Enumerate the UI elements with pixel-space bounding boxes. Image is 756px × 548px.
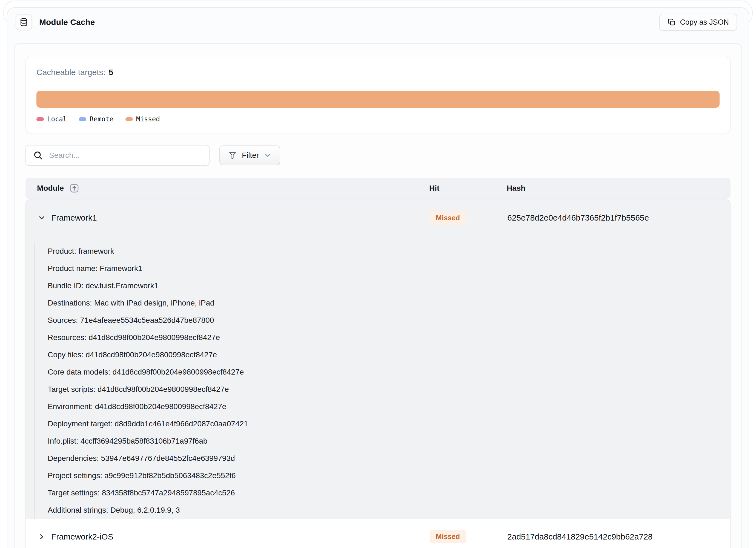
status-badge: Missed: [430, 530, 466, 543]
copy-as-json-button[interactable]: Copy as JSON: [659, 14, 737, 31]
column-header-module[interactable]: Module: [37, 183, 429, 194]
hash-column-label: Hash: [507, 184, 525, 193]
table-row[interactable]: Framework2-iOS Missed 2ad517da8cd841829e…: [26, 519, 730, 548]
detail-line: Destinations: Mac with iPad design, iPho…: [48, 294, 730, 312]
legend-label-local: Local: [47, 115, 67, 123]
copy-as-json-label: Copy as JSON: [680, 18, 729, 27]
search-input[interactable]: [49, 151, 202, 160]
content-panel: Cacheable targets:5 Local Remote Missed: [14, 43, 742, 548]
database-icon: [19, 18, 28, 27]
filter-funnel-icon: [228, 151, 237, 160]
cache-bar-segment-missed: [36, 91, 720, 108]
filter-button[interactable]: Filter: [219, 145, 280, 165]
detail-line: Environment: d41d8cd98f00b204e9800998ecf…: [48, 398, 730, 415]
module-hash: 625e78d2e0e4d46b7365f2b1f7b5565e: [507, 213, 718, 222]
detail-line: Product name: Framework1: [48, 260, 730, 277]
detail-line: Resources: d41d8cd98f00b204e9800998ecf84…: [48, 329, 730, 346]
detail-line: Sources: 71e4afeaee5534c5eaa526d47be8780…: [48, 312, 730, 329]
module-name-text: Framework1: [51, 213, 97, 222]
module-cache-icon-button[interactable]: [16, 14, 32, 30]
module-row-group-framework1: Framework1 Missed 625e78d2e0e4d46b7365f2…: [26, 200, 730, 519]
legend-dot-missed: [125, 117, 133, 121]
cache-summary-card: Cacheable targets:5 Local Remote Missed: [25, 57, 731, 133]
table-row[interactable]: Framework1 Missed 625e78d2e0e4d46b7365f2…: [26, 200, 730, 235]
legend-dot-remote: [79, 117, 86, 121]
detail-line: Bundle ID: dev.tuist.Framework1: [48, 277, 730, 294]
module-cache-card: Module Cache Copy as JSON Cacheable targ…: [7, 7, 749, 548]
chevron-right-icon: [38, 533, 46, 541]
legend-item-local: Local: [36, 115, 67, 123]
detail-line: Target scripts: d41d8cd98f00b204e9800998…: [48, 381, 730, 398]
legend-label-missed: Missed: [136, 115, 160, 123]
module-name-text: Framework2-iOS: [51, 532, 113, 541]
module-hash: 2ad517da8cd841829e5142c9bb62a728: [507, 532, 718, 541]
detail-line: Product: framework: [48, 242, 730, 260]
table-toolbar: Filter: [25, 145, 731, 166]
table-header-row: Module Hit Hash: [25, 178, 731, 199]
cacheable-targets-count: 5: [109, 68, 113, 77]
cache-legend: Local Remote Missed: [36, 115, 720, 123]
column-header-hash[interactable]: Hash: [507, 184, 719, 193]
chevron-down-icon: [264, 151, 271, 159]
legend-dot-local: [36, 117, 44, 121]
cacheable-targets-label: Cacheable targets:: [36, 68, 105, 77]
sort-ascending-icon[interactable]: [69, 183, 80, 194]
detail-line: Core data models: d41d8cd98f00b204e98009…: [48, 363, 730, 381]
module-table: Framework1 Missed 625e78d2e0e4d46b7365f2…: [25, 199, 731, 548]
search-box[interactable]: [25, 145, 210, 166]
cache-status-bar: [36, 91, 720, 108]
module-details-framework1: Product: framework Product name: Framewo…: [34, 242, 730, 519]
chevron-down-icon: [38, 214, 46, 222]
copy-icon: [668, 18, 676, 26]
detail-line: Deployment target: d8d9ddb1c461e4f966d20…: [48, 415, 730, 432]
page-title: Module Cache: [39, 18, 95, 27]
search-icon: [33, 150, 43, 160]
detail-line: Copy files: d41d8cd98f00b204e9800998ecf8…: [48, 346, 730, 363]
detail-line: Target settings: 834358f8bc5747a29485978…: [48, 484, 730, 501]
detail-line: Info.plist: 4ccff3694295ba58f83106b71a97…: [48, 432, 730, 450]
filter-label: Filter: [242, 151, 259, 160]
module-column-label: Module: [37, 184, 64, 193]
legend-item-remote: Remote: [79, 115, 113, 123]
column-header-hit[interactable]: Hit: [429, 184, 507, 193]
legend-label-remote: Remote: [90, 115, 113, 123]
hit-column-label: Hit: [429, 184, 439, 193]
status-badge: Missed: [430, 211, 466, 225]
legend-item-missed: Missed: [125, 115, 160, 123]
detail-line: Additional strings: Debug, 6.2.0.19.9, 3: [48, 501, 730, 519]
detail-line: Project settings: a9c99e912bf82b5db50634…: [48, 467, 730, 484]
detail-line: Dependencies: 53947e6497767de84552fc4e63…: [48, 450, 730, 467]
top-bar: Module Cache Copy as JSON: [7, 8, 749, 36]
